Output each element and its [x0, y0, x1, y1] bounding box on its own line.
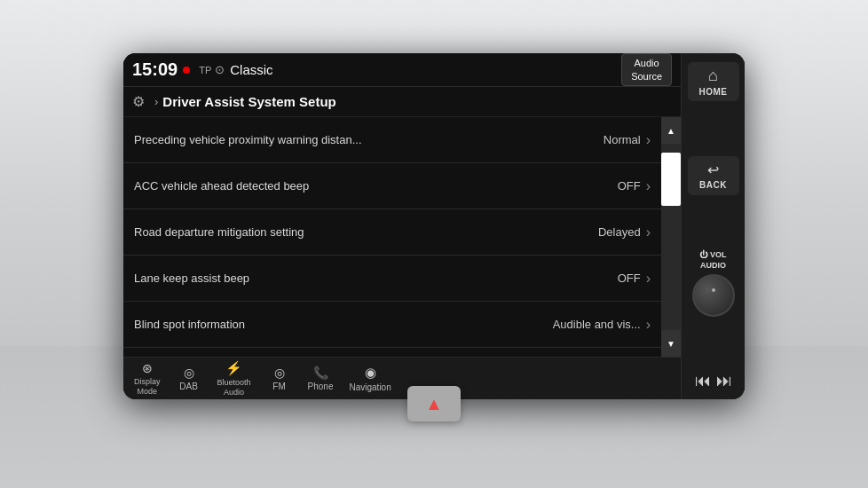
navigation-icon: ◉ — [365, 365, 376, 381]
hazard-icon: ▲ — [425, 394, 443, 414]
item-label: Road departure mitigation setting — [134, 225, 598, 239]
list-item[interactable]: Blind spot information Audible and vis..… — [123, 302, 661, 348]
knob-indicator — [712, 288, 715, 292]
station-name: Classic — [230, 62, 272, 77]
fm-button[interactable]: ◎ FM — [260, 362, 299, 395]
scrollbar[interactable]: ▲ ▼ — [661, 117, 681, 357]
home-icon: ⌂ — [708, 67, 718, 85]
item-chevron-icon: › — [646, 271, 651, 287]
radio-icon: ⊙ — [215, 63, 225, 76]
main-content-area: 15:09 TP ⊙ Classic Audio Source ⚙ › Driv… — [123, 53, 681, 399]
item-label: ACC vehicle ahead detected beep — [134, 179, 618, 193]
phone-label: Phone — [308, 382, 334, 391]
bluetooth-icon: ⚡ — [225, 360, 242, 376]
item-label: Blind spot information — [134, 318, 553, 331]
list-item[interactable]: Preceding vehicle proximity warning dist… — [123, 117, 661, 163]
fm-label: FM — [272, 382, 285, 391]
breadcrumb-bar: ⚙ › Driver Assist System Setup — [123, 87, 681, 117]
next-track-button[interactable]: ⏭ — [716, 372, 732, 390]
vol-audio-label: ⏻ VOLAUDIO — [699, 250, 726, 271]
tp-badge: TP — [199, 65, 211, 75]
bottom-navigation-bar: ⊛ DisplayMode ◎ DAB ⚡ BluetoothAudio ◎ F… — [123, 357, 681, 399]
item-chevron-icon: › — [646, 178, 651, 194]
item-label: Lane keep assist beep — [134, 272, 618, 285]
top-bar: 15:09 TP ⊙ Classic Audio Source — [123, 53, 681, 87]
track-controls: ⏮ ⏭ — [695, 372, 732, 390]
item-value: Audible and vis... — [553, 318, 641, 331]
bluetooth-audio-button[interactable]: ⚡ BluetoothAudio — [210, 357, 258, 399]
item-value: Normal — [604, 133, 641, 146]
item-label: Preceding vehicle proximity warning dist… — [134, 133, 604, 146]
scroll-down-button[interactable]: ▼ — [661, 330, 681, 357]
display-mode-icon: ⊛ — [142, 361, 153, 375]
volume-knob[interactable] — [692, 274, 735, 317]
hazard-button[interactable]: ▲ — [407, 386, 461, 421]
home-button[interactable]: ⌂ HOME — [688, 62, 739, 101]
dab-button[interactable]: ◎ DAB — [170, 362, 209, 395]
scroll-up-button[interactable]: ▲ — [661, 117, 681, 144]
clock-display: 15:09 — [132, 59, 178, 80]
scroll-track[interactable] — [661, 144, 681, 330]
scroll-thumb[interactable] — [661, 153, 681, 206]
list-item[interactable]: Road departure mitigation setting Delaye… — [123, 209, 661, 256]
item-value: OFF — [618, 179, 641, 193]
volume-control: ⏻ VOLAUDIO — [692, 250, 735, 316]
navigation-label: Navigation — [349, 382, 391, 392]
infotainment-screen: 15:09 TP ⊙ Classic Audio Source ⚙ › Driv… — [123, 53, 745, 399]
back-label: BACK — [699, 180, 727, 190]
display-mode-button[interactable]: ⊛ DisplayMode — [127, 358, 168, 399]
item-chevron-icon: › — [646, 317, 651, 333]
dab-label: DAB — [179, 382, 198, 391]
fm-icon: ◎ — [274, 366, 285, 380]
phone-button[interactable]: 📞 Phone — [301, 362, 341, 395]
settings-list: Preceding vehicle proximity warning dist… — [123, 117, 661, 357]
phone-icon: 📞 — [313, 366, 328, 380]
back-icon: ↩ — [707, 161, 719, 178]
home-label: HOME — [699, 87, 728, 97]
item-chevron-icon: › — [646, 224, 651, 240]
status-dot — [183, 67, 190, 74]
breadcrumb-title: Driver Assist System Setup — [162, 94, 335, 109]
item-value: OFF — [618, 272, 641, 285]
list-item[interactable]: Lane keep assist beep OFF › — [123, 256, 661, 302]
back-button[interactable]: ↩ BACK — [688, 156, 739, 195]
navigation-button[interactable]: ◉ Navigation — [342, 361, 398, 396]
display-mode-label: DisplayMode — [134, 377, 161, 397]
settings-icon: ⚙ — [132, 93, 145, 110]
audio-source-button[interactable]: Audio Source — [621, 53, 672, 86]
bluetooth-audio-label: BluetoothAudio — [217, 378, 251, 397]
dab-icon: ◎ — [184, 366, 194, 380]
breadcrumb-chevron-icon: › — [154, 95, 158, 108]
right-sidebar: ⌂ HOME ↩ BACK ⏻ VOLAUDIO ⏮ ⏭ — [681, 53, 745, 399]
item-value: Delayed — [598, 225, 641, 239]
previous-track-button[interactable]: ⏮ — [695, 372, 711, 390]
item-chevron-icon: › — [646, 132, 651, 148]
settings-list-area: Preceding vehicle proximity warning dist… — [123, 117, 681, 357]
screen-wrapper: 15:09 TP ⊙ Classic Audio Source ⚙ › Driv… — [123, 53, 745, 417]
list-item[interactable]: ACC vehicle ahead detected beep OFF › — [123, 163, 661, 209]
